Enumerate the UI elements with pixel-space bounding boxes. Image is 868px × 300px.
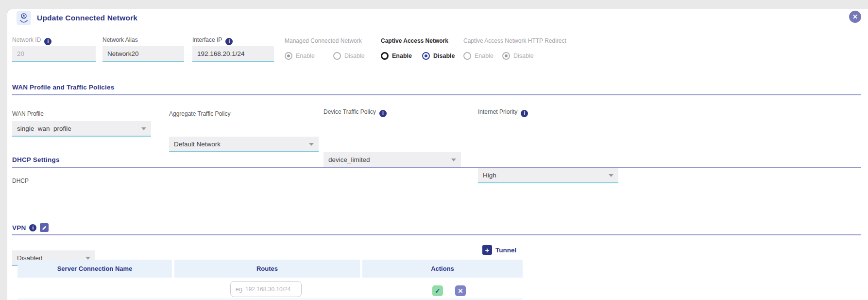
modal-card: Update Connected Network ✕ Network IDi N… (7, 9, 868, 300)
device-traffic-policy-label: Device Traffic Policyi (323, 108, 387, 117)
internet-priority-info-icon[interactable]: i (521, 110, 528, 117)
dhcp-label: DHCP (12, 177, 29, 184)
managed-network-enable-option: Enable (285, 52, 315, 60)
aggregate-traffic-policy-label: Aggregate Traffic Policy (169, 110, 231, 117)
interface-ip-info-icon[interactable]: i (225, 38, 233, 45)
vpn-section-title: VPN (12, 224, 26, 231)
connected-network-icon (17, 11, 31, 25)
confirm-row-button[interactable]: ✓ (432, 285, 443, 296)
vpn-edit-button[interactable] (40, 223, 49, 232)
device-traffic-policy-info-icon[interactable]: i (379, 110, 387, 117)
http-redirect-disable-option: Disable (502, 52, 534, 60)
plus-icon: + (482, 245, 492, 255)
tunnel-button-label: Tunnel (495, 247, 516, 254)
x-icon: ✕ (458, 287, 463, 295)
table-header-actions: Actions (362, 260, 523, 278)
vpn-info-icon[interactable]: i (29, 224, 36, 231)
close-button[interactable]: ✕ (849, 11, 861, 23)
caret-down-icon (609, 174, 613, 177)
managed-network-disable-option: Disable (333, 52, 365, 60)
wan-profile-select[interactable]: single_wan_profile (12, 121, 151, 137)
internet-priority-select[interactable]: High (478, 168, 618, 183)
remove-row-button[interactable]: ✕ (455, 285, 466, 296)
managed-network-disable-radio (333, 52, 341, 60)
network-id-info-icon[interactable]: i (44, 38, 51, 45)
captive-access-network-label: Captive Access Network (381, 37, 448, 44)
captive-network-enable-radio[interactable] (381, 52, 389, 60)
update-connected-network-modal: Update Connected Network ✕ Network IDi N… (0, 0, 868, 300)
device-traffic-policy-select[interactable]: device_limited (323, 152, 461, 168)
captive-network-disable-radio[interactable] (422, 52, 430, 60)
check-icon: ✓ (435, 287, 441, 295)
aggregate-traffic-policy-select[interactable]: Default Network (169, 137, 319, 152)
page-title: Update Connected Network (37, 14, 137, 22)
caret-down-icon (451, 159, 456, 161)
vpn-section-divider (12, 234, 861, 235)
wan-section-title: WAN Profile and Traffic Policies (12, 84, 114, 91)
network-alias-label: Network Alias (102, 36, 138, 43)
dhcp-section-title: DHCP Settings (12, 156, 60, 163)
dhcp-section-divider (12, 167, 861, 168)
http-redirect-disable-radio (502, 52, 510, 60)
wan-section-divider (12, 94, 861, 95)
routes-input[interactable] (230, 281, 302, 297)
table-header-routes: Routes (174, 260, 360, 278)
captive-network-disable-option[interactable]: Disable (422, 52, 455, 60)
http-redirect-enable-radio (463, 52, 471, 60)
internet-priority-label: Internet Priorityi (478, 108, 528, 117)
vpn-section-header: VPN i (12, 223, 49, 232)
network-alias-input[interactable] (102, 46, 184, 62)
interface-ip-label: Interface IPi (192, 36, 233, 45)
http-redirect-enable-option: Enable (463, 52, 494, 60)
network-id-input (12, 46, 96, 62)
wan-profile-label: WAN Profile (12, 110, 44, 117)
captive-network-enable-option[interactable]: Enable (381, 52, 412, 60)
close-icon: ✕ (852, 13, 858, 20)
table-row-divider (17, 299, 523, 300)
caret-down-icon (309, 143, 314, 146)
managed-connected-network-label: Managed Connected Network (285, 37, 362, 44)
captive-http-redirect-label: Captive Access Network HTTP Redirect (463, 37, 566, 44)
pencil-icon (42, 225, 47, 230)
caret-down-icon (141, 127, 146, 130)
network-id-label: Network IDi (12, 36, 51, 45)
managed-network-enable-radio (285, 52, 292, 60)
add-tunnel-button[interactable]: + Tunnel (482, 245, 516, 255)
interface-ip-input[interactable] (192, 46, 274, 62)
table-header-server-connection-name: Server Connection Name (17, 260, 172, 278)
